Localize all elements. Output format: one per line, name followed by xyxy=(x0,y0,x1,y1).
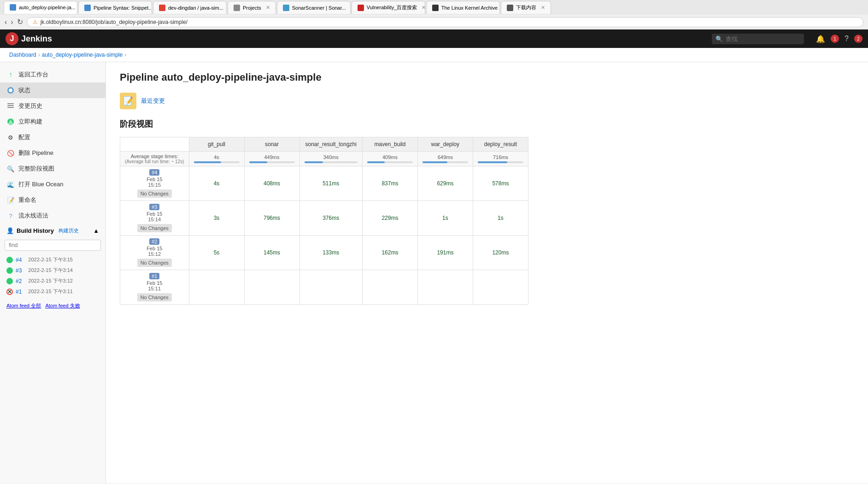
stage-table: git_pull sonar sonar_result_tongzhi mave… xyxy=(120,137,528,305)
tab-6[interactable]: The Linux Kernel Archive ✕ xyxy=(426,1,500,14)
stage-cell-1-1 xyxy=(244,270,299,305)
stage-cell-2-4[interactable]: 191ms xyxy=(417,236,473,270)
jenkins-name: Jenkins xyxy=(21,34,52,44)
stage-cell-2-2[interactable]: 133ms xyxy=(299,236,362,270)
stage-cell-2-3[interactable]: 162ms xyxy=(362,236,417,270)
avg-war-deploy: 649ms xyxy=(417,152,473,166)
search-bar[interactable]: 🔍 xyxy=(712,34,804,44)
stage-cell-2-5[interactable]: 120ms xyxy=(473,236,528,270)
tab-2[interactable]: dev-dingdan / java-sim... ✕ xyxy=(153,1,227,14)
sidebar-item-fullstage[interactable]: 🔍 完整阶段视图 xyxy=(0,161,106,177)
tab-label-1: Pipeline Syntax: Snippet... xyxy=(94,5,152,11)
build-search xyxy=(0,238,106,253)
build-time-row-2: 15:12 xyxy=(125,251,184,257)
tab-close-3[interactable]: ✕ xyxy=(266,5,270,11)
stage-cell-4-5[interactable]: 578ms xyxy=(473,166,528,201)
breadcrumb-job[interactable]: auto_deploy-pipeline-java-simple xyxy=(42,52,123,58)
build-row-4: #4 Feb 15 15:15 No Changes 4s 408ms 511m… xyxy=(120,166,528,201)
back-button[interactable]: ‹ xyxy=(5,18,7,26)
th-war-deploy: war_deploy xyxy=(417,137,473,152)
sidebar-item-build[interactable]: 立即构建 xyxy=(0,114,106,130)
tab-favicon-1 xyxy=(84,5,91,11)
atom-feed-all[interactable]: Atom feed 全部 xyxy=(6,303,41,308)
sidebar-item-syntax[interactable]: ? 流水线语法 xyxy=(0,208,106,224)
reload-button[interactable]: ↻ xyxy=(17,18,23,26)
breadcrumb-dashboard[interactable]: Dashboard xyxy=(9,52,36,58)
build-list-item-4[interactable]: #4 2022-2-15 下午3:15 xyxy=(0,254,106,265)
build-badge-3[interactable]: #3 xyxy=(149,204,159,210)
tab-4[interactable]: SonarScanner | Sonar... ✕ xyxy=(277,1,351,14)
main-layout: ↑ 返回工作台 状态 变更历史 立即构建 ⚙ 配置 🚫 删除 P xyxy=(0,62,868,483)
build-row-3: #3 Feb 15 15:14 No Changes 3s 796ms 376m… xyxy=(120,201,528,236)
build-list-item-2[interactable]: #2 2022-2-15 下午3:12 xyxy=(0,276,106,286)
recent-changes-link[interactable]: 最近变更 xyxy=(141,97,165,105)
stage-cell-3-5[interactable]: 1s xyxy=(473,201,528,236)
stage-cell-4-4[interactable]: 629ms xyxy=(417,166,473,201)
sidebar-label-delete: 删除 Pipeline xyxy=(18,149,53,157)
changes-icon: 📝 xyxy=(120,93,136,109)
bell-icon[interactable]: 🔔 xyxy=(816,35,825,43)
stage-cell-1-0 xyxy=(189,270,244,305)
stage-cell-4-0[interactable]: 4s xyxy=(189,166,244,201)
stage-cell-3-1[interactable]: 796ms xyxy=(244,201,299,236)
stage-view-title: 阶段视图 xyxy=(120,118,854,130)
build-list-item-3[interactable]: #3 2022-2-15 下午3:14 xyxy=(0,265,106,276)
sidebar-item-history[interactable]: 变更历史 xyxy=(0,98,106,114)
help-icon[interactable]: ? xyxy=(845,35,849,43)
stage-cell-4-3[interactable]: 837ms xyxy=(362,166,417,201)
stage-cell-3-4[interactable]: 1s xyxy=(417,201,473,236)
tab-0[interactable]: auto_deploy-pipeline-ja... ✕ xyxy=(4,1,77,14)
build-badge-4[interactable]: #4 xyxy=(149,169,159,176)
stage-cell-2-0[interactable]: 5s xyxy=(189,236,244,270)
stage-cell-3-2[interactable]: 376ms xyxy=(299,201,362,236)
tab-5[interactable]: Vulnerability_百度搜索 ✕ xyxy=(352,1,425,14)
build-link-2[interactable]: #2 xyxy=(16,278,22,284)
avg-label: Average stage times: (Average full run t… xyxy=(120,152,189,166)
sidebar-item-rename[interactable]: 📝 重命名 xyxy=(0,192,106,208)
stage-cell-3-0[interactable]: 3s xyxy=(189,201,244,236)
tab-favicon-4 xyxy=(283,5,289,11)
build-date-1: Feb 15 xyxy=(125,280,184,286)
sidebar-item-config[interactable]: ⚙ 配置 xyxy=(0,130,106,145)
tab-label-3: Projects xyxy=(243,5,261,11)
build-link-1[interactable]: #1 xyxy=(16,289,22,295)
atom-feed-fail[interactable]: Atom feed 失败 xyxy=(45,303,80,308)
expand-icon[interactable]: ▲ xyxy=(93,227,99,234)
tab-close-7[interactable]: ✕ xyxy=(541,5,545,11)
stage-cell-2-1[interactable]: 145ms xyxy=(244,236,299,270)
build-search-input[interactable] xyxy=(5,240,101,251)
build-history-title: Build History xyxy=(17,227,54,234)
build-badge-2[interactable]: #2 xyxy=(149,238,159,245)
tab-7[interactable]: 下载内容 ✕ xyxy=(501,1,551,14)
stage-cell-3-3[interactable]: 229ms xyxy=(362,201,417,236)
stage-cell-4-1[interactable]: 408ms xyxy=(244,166,299,201)
stage-cell-4-2[interactable]: 511ms xyxy=(299,166,362,201)
forward-button[interactable]: › xyxy=(11,18,13,26)
build-badge-1[interactable]: #1 xyxy=(149,273,159,279)
build-history-subtitle: 构建历史 xyxy=(59,227,79,234)
tab-3[interactable]: Projects ✕ xyxy=(228,1,276,14)
sidebar-item-blueocean[interactable]: 🌊 打开 Blue Ocean xyxy=(0,177,106,192)
build-history-header: 👤 Build History 构建历史 ▲ xyxy=(0,224,106,238)
sidebar-item-status[interactable]: 状态 xyxy=(0,83,106,98)
build-link-3[interactable]: #3 xyxy=(16,267,22,274)
jenkins-topbar: J Jenkins 🔍 🔔 1 ? 2 xyxy=(0,30,868,48)
sidebar-item-delete[interactable]: 🚫 删除 Pipeline xyxy=(0,145,106,161)
build-link-4[interactable]: #4 xyxy=(16,257,22,263)
history-icon xyxy=(6,102,15,110)
main-content: Pipeline auto_deploy-pipeline-java-simpl… xyxy=(106,62,868,483)
address-input[interactable]: ⚠ jk.oldboylinux.cn:8080/job/auto_deploy… xyxy=(27,17,863,27)
build-time-4: 2022-2-15 下午3:15 xyxy=(28,256,73,263)
tab-label-5: Vulnerability_百度搜索 xyxy=(367,4,417,11)
build-list-item-1[interactable]: ✕ #1 2022-2-15 下午3:11 xyxy=(0,286,106,297)
sidebar-item-back[interactable]: ↑ 返回工作台 xyxy=(0,67,106,83)
jenkins-logo[interactable]: J Jenkins xyxy=(6,32,52,45)
address-text: jk.oldboylinux.cn:8080/job/auto_deploy-p… xyxy=(41,19,188,25)
search-input[interactable] xyxy=(726,35,795,42)
tab-1[interactable]: Pipeline Syntax: Snippet... ✕ xyxy=(78,1,152,14)
tab-close-5[interactable]: ✕ xyxy=(422,5,425,11)
tab-favicon-6 xyxy=(432,5,439,11)
no-changes-4: No Changes xyxy=(137,189,172,198)
th-maven-build: maven_build xyxy=(362,137,417,152)
svg-point-1 xyxy=(9,89,12,92)
